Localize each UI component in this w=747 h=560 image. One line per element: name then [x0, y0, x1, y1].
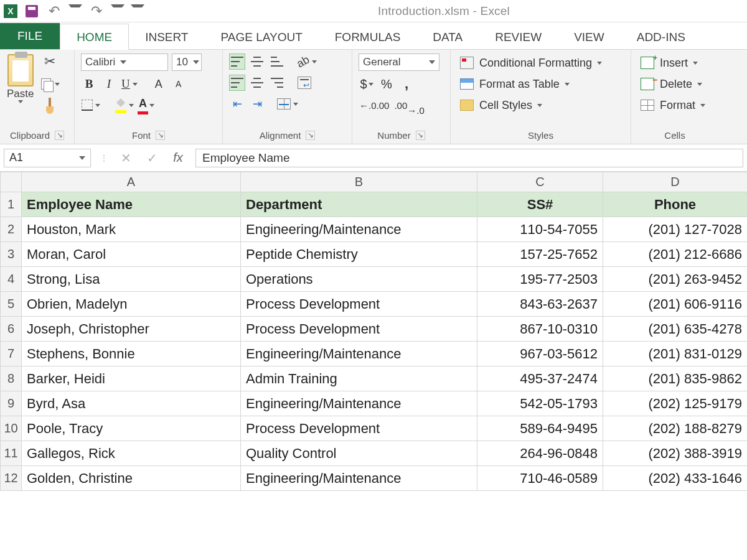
data-cell[interactable]: 542-05-1793 [477, 391, 603, 416]
data-cell[interactable]: 195-77-2503 [477, 267, 603, 292]
row-header-2[interactable]: 2 [1, 217, 22, 242]
tab-file[interactable]: FILE [0, 23, 60, 49]
row-header-8[interactable]: 8 [1, 366, 22, 391]
percent-format-button[interactable]: % [378, 76, 395, 92]
enter-formula-button[interactable]: ✓ [143, 149, 161, 167]
increase-decimal-button[interactable]: ←.0.00 [359, 97, 390, 113]
data-cell[interactable]: Strong, Lisa [22, 267, 241, 292]
data-cell[interactable]: 264-96-0848 [477, 441, 603, 466]
column-header-A[interactable]: A [22, 172, 241, 192]
paste-button[interactable]: Paste [6, 54, 34, 104]
data-cell[interactable]: Byrd, Asa [22, 391, 241, 416]
align-right-button[interactable] [269, 75, 285, 91]
data-cell[interactable]: Joseph, Christopher [22, 317, 241, 342]
data-cell[interactable]: Houston, Mark [22, 217, 241, 242]
borders-button[interactable] [81, 97, 101, 113]
worksheet-grid[interactable]: ABCD1Employee NameDepartmentSS#Phone2Hou… [0, 172, 747, 491]
data-cell[interactable]: Golden, Christine [22, 466, 241, 491]
row-header-7[interactable]: 7 [1, 342, 22, 366]
decrease-decimal-button[interactable]: .00→.0 [393, 97, 425, 113]
conditional-formatting-button[interactable]: Conditional Formatting [457, 54, 624, 72]
tab-review[interactable]: REVIEW [479, 24, 558, 49]
header-cell[interactable]: Employee Name [22, 192, 241, 217]
data-cell[interactable]: Moran, Carol [22, 242, 241, 267]
align-left-button[interactable] [229, 75, 245, 91]
save-button[interactable] [24, 4, 40, 18]
align-center-button[interactable] [249, 75, 265, 91]
data-cell[interactable]: (201) 635-4278 [603, 317, 748, 342]
orientation-button[interactable]: ab [296, 54, 317, 70]
row-header-12[interactable]: 12 [1, 466, 22, 491]
align-middle-button[interactable] [249, 54, 265, 70]
formula-input[interactable]: Employee Name [195, 149, 743, 167]
row-header-3[interactable]: 3 [1, 242, 22, 267]
shrink-font-button[interactable]: A [171, 76, 187, 92]
data-cell[interactable]: Operations [241, 267, 477, 292]
header-cell[interactable]: Phone [603, 192, 748, 217]
data-cell[interactable]: 867-10-0310 [477, 317, 603, 342]
redo-button[interactable]: ↷ [88, 4, 105, 18]
row-header-1[interactable]: 1 [1, 192, 22, 217]
tab-view[interactable]: VIEW [558, 24, 621, 49]
font-name-combo[interactable]: Calibri [81, 54, 168, 71]
italic-button[interactable]: I [101, 76, 117, 92]
data-cell[interactable]: 495-37-2474 [477, 366, 603, 391]
format-cells-button[interactable]: Format [637, 96, 712, 114]
data-cell[interactable]: (201) 212-6686 [603, 242, 748, 267]
column-header-C[interactable]: C [477, 172, 603, 192]
data-cell[interactable]: Process Development [241, 416, 477, 441]
font-color-button[interactable]: A [138, 97, 155, 113]
tab-home[interactable]: HOME [60, 24, 129, 50]
undo-button[interactable]: ↶ [46, 4, 62, 18]
data-cell[interactable]: Peptide Chemistry [241, 242, 477, 267]
data-cell[interactable]: Gallegos, Rick [22, 441, 241, 466]
data-cell[interactable]: (201) 127-7028 [603, 217, 748, 242]
data-cell[interactable]: Process Development [241, 317, 477, 342]
data-cell[interactable]: 157-25-7652 [477, 242, 603, 267]
row-header-4[interactable]: 4 [1, 267, 22, 292]
delete-cells-button[interactable]: Delete [637, 75, 712, 93]
tab-formulas[interactable]: FORMULAS [319, 24, 417, 49]
cut-button[interactable]: ✂ [39, 54, 60, 70]
column-header-D[interactable]: D [603, 172, 748, 192]
data-cell[interactable]: (202) 125-9179 [603, 391, 748, 416]
data-cell[interactable]: Process Development [241, 292, 477, 317]
redo-dropdown[interactable] [111, 4, 125, 18]
data-cell[interactable]: Barker, Heidi [22, 366, 241, 391]
data-cell[interactable]: Obrien, Madelyn [22, 292, 241, 317]
header-cell[interactable]: Department [241, 192, 477, 217]
data-cell[interactable]: Engineering/Maintenance [241, 342, 477, 366]
underline-button[interactable]: U [121, 76, 138, 92]
data-cell[interactable]: (201) 263-9452 [603, 267, 748, 292]
increase-indent-button[interactable]: ⇥ [249, 96, 265, 112]
grow-font-button[interactable]: A [151, 76, 167, 92]
data-cell[interactable]: Quality Control [241, 441, 477, 466]
font-size-combo[interactable]: 10 [172, 54, 202, 71]
data-cell[interactable]: 589-64-9495 [477, 416, 603, 441]
align-bottom-button[interactable] [269, 54, 285, 70]
data-cell[interactable]: (201) 835-9862 [603, 366, 748, 391]
qat-customize[interactable] [131, 4, 144, 18]
data-cell[interactable]: (202) 433-1646 [603, 466, 748, 491]
number-launcher[interactable]: ↘ [416, 131, 425, 140]
row-header-5[interactable]: 5 [1, 292, 22, 317]
data-cell[interactable]: Poole, Tracy [22, 416, 241, 441]
tab-data[interactable]: DATA [416, 24, 479, 49]
undo-dropdown[interactable] [68, 4, 82, 18]
alignment-launcher[interactable]: ↘ [306, 131, 315, 140]
cell-styles-button[interactable]: Cell Styles [457, 96, 624, 114]
data-cell[interactable]: Stephens, Bonnie [22, 342, 241, 366]
data-cell[interactable]: 710-46-0589 [477, 466, 603, 491]
data-cell[interactable]: 843-63-2637 [477, 292, 603, 317]
data-cell[interactable]: (202) 388-3919 [603, 441, 748, 466]
data-cell[interactable]: 967-03-5612 [477, 342, 603, 366]
column-header-B[interactable]: B [241, 172, 477, 192]
format-as-table-button[interactable]: Format as Table [457, 75, 624, 93]
merge-center-button[interactable] [276, 96, 299, 112]
tab-insert[interactable]: INSERT [129, 24, 204, 49]
decrease-indent-button[interactable]: ⇤ [229, 96, 245, 112]
select-all-corner[interactable] [1, 172, 22, 192]
tab-page-layout[interactable]: PAGE LAYOUT [204, 24, 318, 49]
data-cell[interactable]: (202) 188-8279 [603, 416, 748, 441]
row-header-10[interactable]: 10 [1, 416, 22, 441]
